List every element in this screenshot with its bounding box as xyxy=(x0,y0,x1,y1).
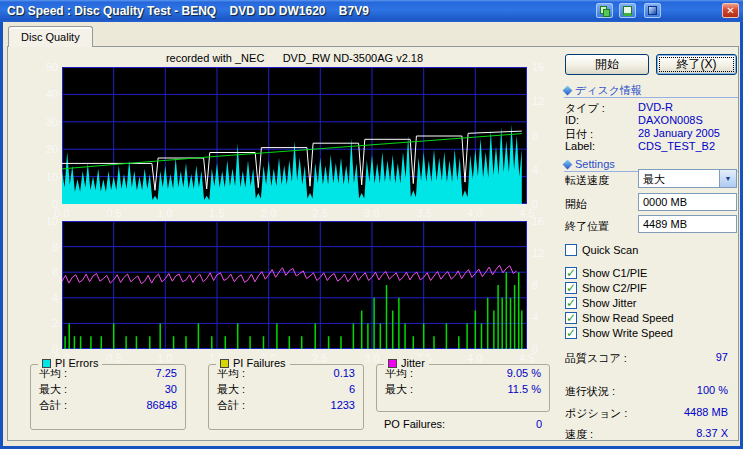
pi-errors-swatch xyxy=(42,359,51,368)
disc-date-row: 日付 :28 January 2005 xyxy=(565,127,738,140)
x-axis-label: 2.0 xyxy=(254,207,284,219)
x-axis-label: 4.5 xyxy=(512,352,542,364)
po-failures-row: PO Failures: 0 xyxy=(376,418,550,430)
tab-disc-quality[interactable]: Disc Quality xyxy=(8,26,93,47)
checkbox-box[interactable] xyxy=(565,244,577,256)
checkbox-quick-scan[interactable]: Quick Scan xyxy=(565,243,638,257)
checkbox-label: Show Write Speed xyxy=(582,327,673,339)
y-axis-right-label: 16 xyxy=(532,215,556,227)
x-axis-label: 1.0 xyxy=(150,352,180,364)
y-axis-right-label: 12 xyxy=(532,247,556,259)
x-axis-label: 2.5 xyxy=(305,352,335,364)
x-axis-label: 1.5 xyxy=(202,207,232,219)
checkbox-label: Quick Scan xyxy=(582,244,638,256)
exit-button[interactable]: 終了(X) xyxy=(656,54,737,75)
position-row: ポジション :4488 MB xyxy=(565,406,728,419)
checkbox-show-c1-pie[interactable]: Show C1/PIE xyxy=(565,266,647,280)
chevron-down-icon[interactable]: ▼ xyxy=(719,170,736,187)
app-window: CD Speed : Disc Quality Test - BENQ DVD … xyxy=(0,0,743,449)
x-axis-label: 3.0 xyxy=(357,207,387,219)
y-axis-left-label: 2 xyxy=(26,317,58,329)
recorded-with-text: recorded with _NEC DVD_RW ND-3500AG v2.1… xyxy=(62,52,527,64)
speed-select[interactable]: 最大 ▼ xyxy=(638,169,737,188)
pi-errors-max-row: 最大 :30 xyxy=(31,381,185,397)
start-button[interactable]: 開始 xyxy=(565,54,649,75)
pi-errors-legend-title: PI Errors xyxy=(38,357,102,369)
checkbox-label: Show Read Speed xyxy=(582,312,674,324)
checkbox-show-read-speed[interactable]: Show Read Speed xyxy=(565,311,674,325)
y-axis-left-label: 40 xyxy=(26,88,58,100)
sheet-icon xyxy=(623,6,632,16)
jitter-legend-title: Jitter xyxy=(384,357,429,369)
y-axis-right-label: 8 xyxy=(532,279,556,291)
y-axis-left-label: 30 xyxy=(26,116,58,128)
checkbox-label: Show C2/PIF xyxy=(582,282,647,294)
checkbox-show-jitter[interactable]: Show Jitter xyxy=(565,296,636,310)
checkbox-box[interactable] xyxy=(565,282,577,294)
x-axis-label: 3.5 xyxy=(409,207,439,219)
x-axis-label: 0.5 xyxy=(99,207,129,219)
pi-errors-total-row: 合計 :86848 xyxy=(31,397,185,413)
titlebar-panel-button[interactable] xyxy=(644,3,661,18)
start-position-input[interactable] xyxy=(638,193,737,211)
checkbox-show-c2-pif[interactable]: Show C2/PIF xyxy=(565,281,647,295)
disc-label-row: Label:CDS_TEST_B2 xyxy=(565,140,738,153)
y-axis-left-label: 20 xyxy=(26,143,58,155)
disc-id-row: ID:DAXON008S xyxy=(565,114,738,127)
disc-info-header: ディスク情報 xyxy=(564,83,738,98)
disc-type-row: タイプ :DVD-R xyxy=(565,101,738,114)
titlebar-sheet-button[interactable] xyxy=(619,3,636,18)
titlebar: CD Speed : Disc Quality Test - BENQ DVD … xyxy=(0,0,743,22)
checkbox-show-write-speed[interactable]: Show Write Speed xyxy=(565,326,673,340)
x-axis-label: 4.0 xyxy=(460,352,490,364)
x-axis-label: 4.0 xyxy=(460,207,490,219)
y-axis-left-label: 10 xyxy=(26,171,58,183)
client-area: Disc Quality recorded with _NEC DVD_RW N… xyxy=(0,22,743,449)
progress-row: 進行状況 :100 % xyxy=(565,384,728,397)
close-button[interactable]: ✕ xyxy=(722,3,739,18)
y-axis-right-label: 4 xyxy=(532,164,556,176)
y-axis-right-label: 4 xyxy=(532,311,556,323)
jitter-swatch xyxy=(388,359,397,368)
checkbox-box[interactable] xyxy=(565,297,577,309)
x-axis-label: 0.5 xyxy=(99,352,129,364)
close-icon: ✕ xyxy=(726,6,734,16)
x-axis-label: 1.0 xyxy=(150,207,180,219)
jitter-max-row: 最大 :11.5 % xyxy=(377,381,549,397)
y-axis-right-label: 8 xyxy=(532,130,556,142)
y-axis-right-label: 12 xyxy=(532,95,556,107)
start-position-label: 開始 xyxy=(565,197,587,212)
quality-score-row: 品質スコア :97 xyxy=(565,351,728,364)
pi-failures-max-row: 最大 :6 xyxy=(209,381,363,397)
checkbox-label: Show Jitter xyxy=(582,297,636,309)
window-title: CD Speed : Disc Quality Test - BENQ DVD … xyxy=(0,4,369,18)
disc-quality-page: recorded with _NEC DVD_RW ND-3500AG v2.1… xyxy=(7,46,739,441)
checkbox-box[interactable] xyxy=(565,327,577,339)
jitter-legend-box: Jitter 平均 :9.05 % 最大 :11.5 % xyxy=(376,364,550,412)
panel-icon xyxy=(648,6,657,15)
settings-icon xyxy=(563,159,573,169)
y-axis-left-label: 10 xyxy=(26,215,58,227)
y-axis-left-label: 50 xyxy=(26,61,58,73)
titlebar-pages-button[interactable] xyxy=(596,3,613,18)
disc-info-icon xyxy=(563,85,573,95)
checkbox-box[interactable] xyxy=(565,312,577,324)
y-axis-left-label: 8 xyxy=(26,241,58,253)
checkbox-box[interactable] xyxy=(565,267,577,279)
checkbox-label: Show C1/PIE xyxy=(582,267,647,279)
pi-failures-legend-title: PI Failures xyxy=(216,357,290,369)
speed-select-value: 最大 xyxy=(639,170,719,187)
pi-errors-legend-box: PI Errors 平均 :7.25 最大 :30 合計 :86848 xyxy=(30,364,186,430)
pi-errors-speed-chart xyxy=(62,67,527,204)
pi-failures-legend-box: PI Failures 平均 :0.13 最大 :6 合計 :1233 xyxy=(208,364,364,430)
tab-strip: Disc Quality xyxy=(5,26,93,47)
speed-row: 速度 :8.37 X xyxy=(565,427,728,440)
pi-failures-jitter-chart xyxy=(62,221,527,349)
y-axis-left-label: 4 xyxy=(26,292,58,304)
x-axis-label: 2.5 xyxy=(305,207,335,219)
end-position-label: 終了位置 xyxy=(565,219,609,234)
pi-failures-total-row: 合計 :1233 xyxy=(209,397,363,413)
end-position-input[interactable] xyxy=(638,215,737,233)
pi-failures-swatch xyxy=(220,359,229,368)
x-axis-label: 3.0 xyxy=(357,352,387,364)
